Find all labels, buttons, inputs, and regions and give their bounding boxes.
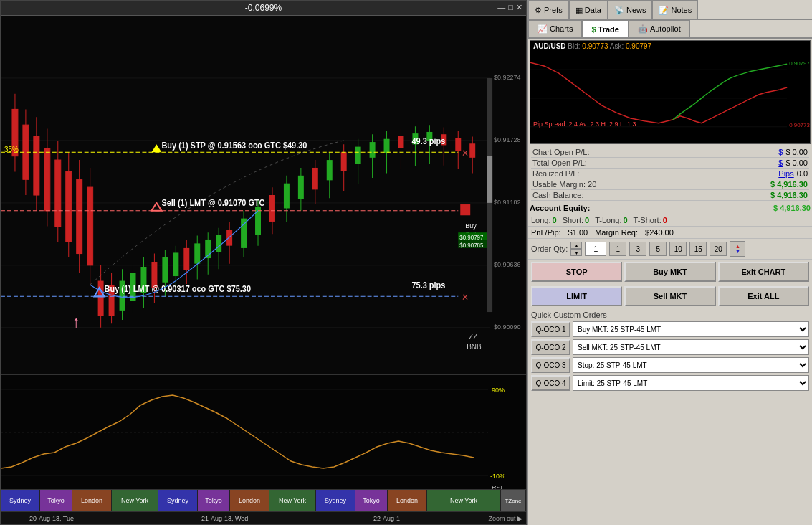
chart-title: -0.0699% xyxy=(245,3,282,13)
minimize-btn[interactable]: — xyxy=(497,3,505,12)
tab-news[interactable]: 📡 News xyxy=(608,0,653,19)
close-btn[interactable]: ✕ xyxy=(516,3,522,12)
qty-spinner: ▲ ▼ xyxy=(570,242,582,256)
svg-text:$0.90090: $0.90090 xyxy=(494,323,520,331)
pnl-pip-label: PnL/Pip: xyxy=(531,228,561,237)
qty-input[interactable] xyxy=(585,242,606,256)
tab-data[interactable]: ▦ Data xyxy=(569,0,608,19)
exit-chart-button[interactable]: Exit CHART xyxy=(718,262,809,282)
svg-text:$0.92274: $0.92274 xyxy=(494,74,520,81)
qty-arrows-btn[interactable]: ▲ ▼ xyxy=(730,241,745,257)
trade-icon: $ xyxy=(591,25,596,34)
svg-text:49.3 pips: 49.3 pips xyxy=(411,137,445,146)
chart-open-pl-row: Chart Open P/L: $ $ 0.00 xyxy=(531,147,809,158)
qty-btn-3[interactable]: 3 xyxy=(629,242,646,256)
qty-btn-5[interactable]: 5 xyxy=(649,242,667,256)
qco-btn-1[interactable]: Q-OCO 1 xyxy=(531,321,570,337)
svg-rect-50 xyxy=(216,235,221,252)
qty-up-btn[interactable]: ▲ xyxy=(570,242,582,249)
svg-rect-40 xyxy=(162,257,168,283)
tab-autopilot[interactable]: 🤖 Autopilot xyxy=(629,20,690,37)
tlong-item: T-Long: 0 xyxy=(595,216,627,224)
pnl-margin-row: PnL/Pip: $1.00 Margin Req: $240.00 xyxy=(528,227,812,239)
chart-open-pl-value: $ 0.00 xyxy=(785,148,808,156)
tab-trade[interactable]: $ Trade xyxy=(582,20,628,37)
svg-rect-86 xyxy=(469,143,475,158)
sell-mkt-button[interactable]: Sell MKT xyxy=(624,286,715,306)
qco-btn-3[interactable]: Q-OCO 3 xyxy=(531,357,570,373)
svg-rect-28 xyxy=(98,281,104,316)
total-open-pl-label: Total Open P/L: xyxy=(532,159,587,167)
svg-text:$0.91728: $0.91728 xyxy=(494,136,520,143)
total-open-pl-link[interactable]: $ xyxy=(778,159,783,167)
tz-london-2: London xyxy=(230,490,269,511)
maximize-btn[interactable]: □ xyxy=(508,3,513,12)
margin-req-value: $240.00 xyxy=(645,228,674,237)
autopilot-label: Autopilot xyxy=(650,24,681,33)
qty-btn-1[interactable]: 1 xyxy=(609,242,626,256)
usable-margin-value: $ 4,916.30 xyxy=(770,180,808,189)
chart-title-bar: -0.0699% — □ ✕ xyxy=(1,1,526,16)
tz-london-1: London xyxy=(72,490,112,511)
qco-select-3[interactable]: Stop: 25 STP-45 LMT xyxy=(573,357,809,373)
limit-button[interactable]: LIMIT xyxy=(531,286,622,306)
qco-btn-2[interactable]: Q-OCO 2 xyxy=(531,339,570,355)
pip-low: L: 1.3 xyxy=(620,120,636,128)
buy-mkt-button[interactable]: Buy MKT xyxy=(624,262,715,282)
tz-tokyo-3: Tokyo xyxy=(355,490,388,511)
chart-open-pl-link[interactable]: $ xyxy=(778,148,783,156)
long-label: Long: xyxy=(531,216,551,224)
realized-pl-label: Realized P/L: xyxy=(532,169,579,178)
rsi-chart-svg: 90% -10% RSI xyxy=(1,375,526,490)
tab-prefs[interactable]: ⚙ Prefs xyxy=(528,0,569,19)
tlong-label: T-Long: xyxy=(595,216,621,224)
qco-row-2: Q-OCO 2 Sell MKT: 25 STP-45 LMT xyxy=(531,339,809,355)
svg-text:-10%: -10% xyxy=(490,473,505,480)
data-label: Data xyxy=(585,6,601,14)
usable-margin-label: Usable Margin: 20 xyxy=(532,180,596,189)
pip-high: H: 2.9 xyxy=(601,120,618,128)
total-open-pl-row: Total Open P/L: $ $ 0.00 xyxy=(531,158,809,169)
currency-pair: AUD/USD xyxy=(533,42,566,50)
svg-rect-60 xyxy=(284,184,290,209)
svg-text:0.90797: 0.90797 xyxy=(789,60,810,67)
zoom-out-btn[interactable]: Zoom out ▶ xyxy=(488,515,522,522)
action-buttons-row2: LIMIT Sell MKT Exit ALL xyxy=(528,284,812,308)
svg-text:Buy: Buy xyxy=(465,222,477,229)
svg-rect-96 xyxy=(460,204,470,215)
qco-select-2[interactable]: Sell MKT: 25 STP-45 LMT xyxy=(573,339,809,355)
stop-button[interactable]: STOP xyxy=(531,262,622,282)
svg-text:$0.90636: $0.90636 xyxy=(494,261,520,268)
exit-all-button[interactable]: Exit ALL xyxy=(718,286,809,306)
tz-sydney-3: Sydney xyxy=(316,490,355,511)
svg-rect-26 xyxy=(87,187,93,265)
tz-tokyo-1: Tokyo xyxy=(40,490,72,511)
qty-btn-15[interactable]: 15 xyxy=(689,242,707,256)
qco-select-1[interactable]: Buy MKT: 25 STP-45 LMT xyxy=(573,321,809,337)
realized-pl-link[interactable]: Pips xyxy=(778,169,793,178)
qco-row-4: Q-OCO 4 Limit: 25 STP-45 LMT xyxy=(531,375,809,391)
svg-rect-76 xyxy=(398,136,403,148)
qty-btn-10[interactable]: 10 xyxy=(669,242,687,256)
main-chart: $0.92274 $0.91728 $0.91182 $0.90636 $0.9… xyxy=(1,16,526,375)
date-bar: 20-Aug-13, Tue 21-Aug-13, Wed 22-Aug-1 Z… xyxy=(1,511,526,524)
qty-down-btn[interactable]: ▼ xyxy=(570,249,582,256)
svg-text:Sell (1) LMT @ 0.91070 GTC: Sell (1) LMT @ 0.91070 GTC xyxy=(161,199,264,208)
qco-btn-4[interactable]: Q-OCO 4 xyxy=(531,375,570,391)
autopilot-icon: 🤖 xyxy=(638,24,648,34)
qty-btn-20[interactable]: 20 xyxy=(710,242,727,256)
ask-value: 0.90797 xyxy=(626,42,651,50)
tz-zone-label: TZone xyxy=(501,490,526,511)
date-label-1: 20-Aug-13, Tue xyxy=(29,515,74,522)
tab-notes[interactable]: 📝 Notes xyxy=(652,0,698,19)
cash-balance-value: $ 4,916.30 xyxy=(770,191,808,199)
rsi-panel: 90% -10% RSI xyxy=(1,375,526,490)
tab-charts[interactable]: 📈 Charts xyxy=(528,20,582,37)
tz-newyork-1: New York xyxy=(112,490,158,511)
svg-text:↑: ↑ xyxy=(72,312,80,331)
qco-section: Quick Custom Orders Q-OCO 1 Buy MKT: 25 … xyxy=(528,308,812,395)
qco-select-4[interactable]: Limit: 25 STP-45 LMT xyxy=(573,375,809,391)
ask-label: Ask: xyxy=(610,42,624,50)
total-open-pl-value: $ 0.00 xyxy=(785,159,808,167)
svg-rect-24 xyxy=(77,179,82,253)
